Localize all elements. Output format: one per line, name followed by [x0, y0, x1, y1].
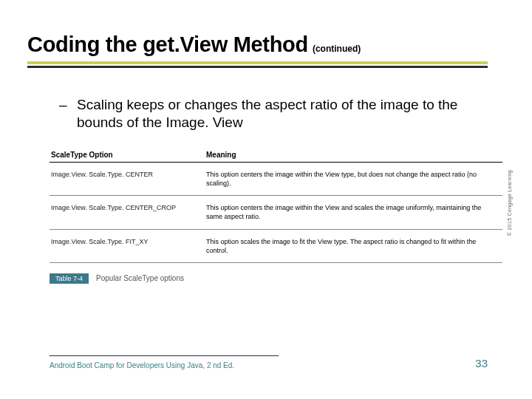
table-label: Table 7-4 Popular ScaleType options	[50, 273, 502, 284]
cell-option: Image.View. Scale.Type. FIT_XY	[50, 229, 205, 262]
slide: Coding the get.View Method (continued) –…	[0, 0, 532, 399]
table-caption: Popular ScaleType options	[96, 274, 184, 282]
bullet-item: – Scaling keeps or changes the aspect ra…	[59, 96, 488, 132]
continued-label: (continued)	[313, 44, 361, 54]
table-row: Image.View. Scale.Type. FIT_XY This opti…	[50, 229, 502, 262]
body-content: – Scaling keeps or changes the aspect ra…	[59, 96, 488, 132]
cell-option: Image.View. Scale.Type. CENTER_CROP	[50, 196, 205, 229]
title-rule-dark	[27, 66, 488, 68]
title-rule-gold	[27, 61, 488, 64]
footer-rule	[50, 355, 279, 356]
footer: Android Boot Camp for Developers Using J…	[50, 357, 488, 369]
copyright-text: © 2015 Cengage Learning	[507, 170, 512, 236]
slide-header: Coding the get.View Method (continued)	[27, 33, 488, 68]
bullet-marker: –	[59, 96, 69, 132]
cell-meaning: This option centers the image within the…	[205, 163, 502, 196]
table-number-chip: Table 7-4	[50, 273, 89, 284]
scaletype-table: ScaleType Option Meaning Image.View. Sca…	[50, 148, 502, 263]
col-header-option: ScaleType Option	[50, 148, 205, 163]
slide-title: Coding the get.View Method	[27, 33, 308, 57]
footer-text: Android Boot Camp for Developers Using J…	[50, 361, 234, 369]
cell-option: Image.View. Scale.Type. CENTER	[50, 163, 205, 196]
cell-meaning: This option centers the image within the…	[205, 196, 502, 229]
table-wrap: ScaleType Option Meaning Image.View. Sca…	[50, 148, 502, 284]
title-row: Coding the get.View Method (continued)	[27, 33, 488, 57]
col-header-meaning: Meaning	[205, 148, 502, 163]
cell-meaning: This option scales the image to fit the …	[205, 229, 502, 262]
page-number: 33	[475, 357, 488, 369]
table-header-row: ScaleType Option Meaning	[50, 148, 502, 163]
table-row: Image.View. Scale.Type. CENTER_CROP This…	[50, 196, 502, 229]
table-row: Image.View. Scale.Type. CENTER This opti…	[50, 163, 502, 196]
bullet-text: Scaling keeps or changes the aspect rati…	[77, 96, 488, 132]
